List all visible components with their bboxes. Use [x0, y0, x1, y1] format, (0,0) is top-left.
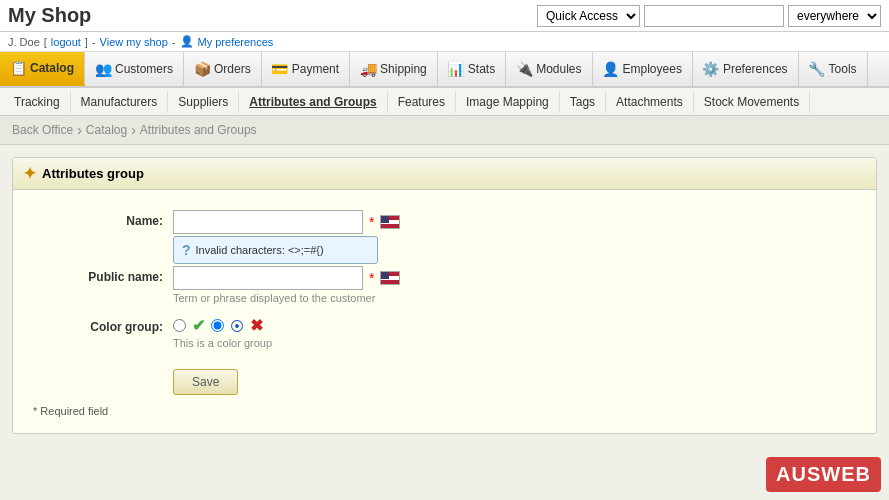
nav-label-tools: Tools	[829, 62, 857, 76]
color-group-row: Color group: ✔ ⦿ ✖ This is a color group	[33, 316, 856, 349]
payment-icon: 💳	[272, 61, 288, 77]
sub-nav-item-attributes-groups[interactable]: Attributes and Groups	[239, 91, 387, 113]
nav-label-preferences: Preferences	[723, 62, 788, 76]
nav-label-orders: Orders	[214, 62, 251, 76]
panel-body: Name: * ? Invalid characters: <>;=#{) Pu…	[13, 190, 876, 433]
tooltip-text: Invalid characters: <>;=#{)	[196, 244, 324, 256]
name-row: Name: * ? Invalid characters: <>;=#{)	[33, 210, 856, 234]
nav-item-catalog[interactable]: 📋Catalog	[0, 52, 85, 86]
nav-label-modules: Modules	[536, 62, 581, 76]
sub-nav-item-suppliers[interactable]: Suppliers	[168, 91, 239, 113]
modules-icon: 🔌	[516, 61, 532, 77]
quick-access-select[interactable]: Quick Access	[537, 5, 640, 27]
nav-label-payment: Payment	[292, 62, 339, 76]
view-shop-link[interactable]: View my shop	[100, 36, 168, 48]
content-area: ✦ Attributes group Name: * ? Invalid cha…	[0, 145, 889, 446]
flag-icon-name	[380, 215, 400, 229]
search-input[interactable]	[644, 5, 784, 27]
nav-label-catalog: Catalog	[30, 61, 74, 75]
public-name-row: Public name: * Term or phrase displayed …	[33, 266, 856, 304]
main-nav: 📋Catalog👥Customers📦Orders💳Payment🚚Shippi…	[0, 52, 889, 88]
user-bar: J. Doe [ logout ] - View my shop - 👤 My …	[0, 32, 889, 52]
nav-item-customers[interactable]: 👥Customers	[85, 52, 184, 86]
gear-icon: ✦	[23, 164, 36, 183]
public-name-required: *	[369, 270, 374, 286]
public-name-helper: Term or phrase displayed to the customer	[173, 292, 400, 304]
required-note: * Required field	[33, 405, 856, 417]
catalog-icon: 📋	[10, 60, 26, 76]
sub-nav-item-tags[interactable]: Tags	[560, 91, 606, 113]
nav-item-employees[interactable]: 👤Employees	[593, 52, 693, 86]
panel-header: ✦ Attributes group	[13, 158, 876, 190]
breadcrumb: Back Office›Catalog›Attributes and Group…	[0, 116, 889, 145]
save-button[interactable]: Save	[173, 369, 238, 395]
nav-label-shipping: Shipping	[380, 62, 427, 76]
nav-label-customers: Customers	[115, 62, 173, 76]
color-group-helper: This is a color group	[173, 337, 272, 349]
customers-icon: 👥	[95, 61, 111, 77]
radio-bullet-icon: ⦿	[230, 318, 244, 334]
breadcrumb-arrow: ›	[77, 122, 82, 138]
panel-title: Attributes group	[42, 166, 144, 181]
help-icon: ?	[182, 242, 191, 258]
flag-icon-public-name	[380, 271, 400, 285]
nav-item-modules[interactable]: 🔌Modules	[506, 52, 592, 86]
everywhere-select[interactable]: everywhere	[788, 5, 881, 27]
name-input[interactable]	[173, 210, 363, 234]
public-name-input[interactable]	[173, 266, 363, 290]
color-group-wrapper: ✔ ⦿ ✖ This is a color group	[173, 316, 272, 349]
name-control-wrapper: * ? Invalid characters: <>;=#{)	[173, 210, 400, 234]
sub-nav-item-manufacturers[interactable]: Manufacturers	[71, 91, 169, 113]
breadcrumb-item[interactable]: Catalog	[86, 123, 127, 137]
radio-none[interactable]	[173, 319, 186, 332]
tools-icon: 🔧	[809, 61, 825, 77]
shipping-icon: 🚚	[360, 61, 376, 77]
employees-icon: 👤	[603, 61, 619, 77]
avatar-icon: 👤	[180, 35, 194, 48]
quick-access-wrapper: Quick Access everywhere	[537, 5, 881, 27]
radio-selected[interactable]	[211, 319, 224, 332]
sub-nav-item-image-mapping[interactable]: Image Mapping	[456, 91, 560, 113]
orders-icon: 📦	[194, 61, 210, 77]
breadcrumb-arrow: ›	[131, 122, 136, 138]
nav-item-orders[interactable]: 📦Orders	[184, 52, 262, 86]
stats-icon: 📊	[448, 61, 464, 77]
check-icon: ✔	[192, 316, 205, 335]
color-group-label: Color group:	[33, 316, 173, 334]
sub-nav-item-features[interactable]: Features	[388, 91, 456, 113]
breadcrumb-item: Attributes and Groups	[140, 123, 257, 137]
user-name: J. Doe	[8, 36, 40, 48]
public-name-label: Public name:	[33, 266, 173, 284]
name-label: Name:	[33, 210, 173, 228]
color-group-radios: ✔ ⦿ ✖	[173, 316, 272, 335]
public-name-control: *	[173, 266, 400, 290]
watermark: AUSWEB	[766, 457, 881, 492]
nav-label-employees: Employees	[623, 62, 682, 76]
top-bar: My Shop Quick Access everywhere	[0, 0, 889, 32]
x-icon: ✖	[250, 316, 263, 335]
sub-nav-item-attachments[interactable]: Attachments	[606, 91, 694, 113]
name-tooltip: ? Invalid characters: <>;=#{)	[173, 236, 378, 264]
attributes-group-panel: ✦ Attributes group Name: * ? Invalid cha…	[12, 157, 877, 434]
sub-nav: TrackingManufacturersSuppliersAttributes…	[0, 88, 889, 116]
name-required: *	[369, 214, 374, 230]
nav-item-preferences[interactable]: ⚙️Preferences	[693, 52, 799, 86]
nav-item-tools[interactable]: 🔧Tools	[799, 52, 868, 86]
my-preferences-link[interactable]: My preferences	[198, 36, 274, 48]
shop-title: My Shop	[8, 4, 91, 27]
nav-item-payment[interactable]: 💳Payment	[262, 52, 350, 86]
sub-nav-item-tracking[interactable]: Tracking	[4, 91, 71, 113]
nav-item-shipping[interactable]: 🚚Shipping	[350, 52, 438, 86]
logout-link[interactable]: logout	[51, 36, 81, 48]
sub-nav-item-stock-movements[interactable]: Stock Movements	[694, 91, 810, 113]
nav-item-stats[interactable]: 📊Stats	[438, 52, 506, 86]
nav-label-stats: Stats	[468, 62, 495, 76]
breadcrumb-item[interactable]: Back Office	[12, 123, 73, 137]
preferences-icon: ⚙️	[703, 61, 719, 77]
public-name-wrapper: * Term or phrase displayed to the custom…	[173, 266, 400, 304]
save-row: Save	[33, 361, 856, 395]
